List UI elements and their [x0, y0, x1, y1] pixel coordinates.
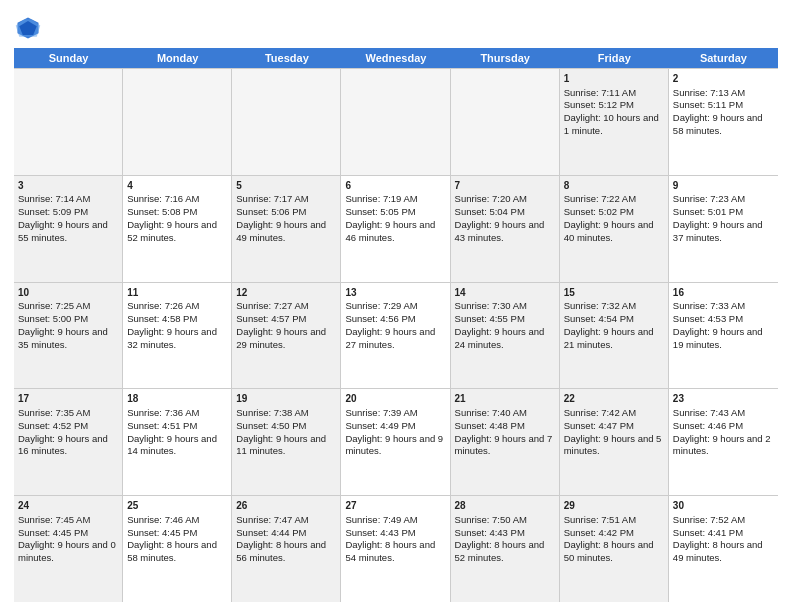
- calendar-cell: [451, 69, 560, 175]
- calendar-cell: 2Sunrise: 7:13 AMSunset: 5:11 PMDaylight…: [669, 69, 778, 175]
- day-number: 17: [18, 392, 118, 406]
- calendar-cell: [232, 69, 341, 175]
- calendar-cell: 10Sunrise: 7:25 AMSunset: 5:00 PMDayligh…: [14, 283, 123, 389]
- day-info: Sunrise: 7:25 AM: [18, 300, 118, 313]
- day-number: 25: [127, 499, 227, 513]
- day-info: Sunrise: 7:22 AM: [564, 193, 664, 206]
- day-info: Daylight: 9 hours and 9 minutes.: [345, 433, 445, 459]
- weekday-header: Sunday: [14, 48, 123, 68]
- day-info: Sunset: 4:43 PM: [345, 527, 445, 540]
- day-number: 27: [345, 499, 445, 513]
- day-info: Sunset: 5:02 PM: [564, 206, 664, 219]
- day-info: Daylight: 8 hours and 56 minutes.: [236, 539, 336, 565]
- day-info: Sunset: 5:11 PM: [673, 99, 774, 112]
- calendar-cell: 17Sunrise: 7:35 AMSunset: 4:52 PMDayligh…: [14, 389, 123, 495]
- day-info: Daylight: 9 hours and 52 minutes.: [127, 219, 227, 245]
- calendar-cell: 19Sunrise: 7:38 AMSunset: 4:50 PMDayligh…: [232, 389, 341, 495]
- day-info: Daylight: 9 hours and 19 minutes.: [673, 326, 774, 352]
- day-info: Sunrise: 7:30 AM: [455, 300, 555, 313]
- day-info: Sunset: 4:48 PM: [455, 420, 555, 433]
- day-number: 13: [345, 286, 445, 300]
- day-number: 6: [345, 179, 445, 193]
- day-info: Sunset: 4:41 PM: [673, 527, 774, 540]
- calendar-cell: [14, 69, 123, 175]
- day-number: 15: [564, 286, 664, 300]
- day-info: Sunrise: 7:36 AM: [127, 407, 227, 420]
- calendar-cell: 12Sunrise: 7:27 AMSunset: 4:57 PMDayligh…: [232, 283, 341, 389]
- calendar-cell: 29Sunrise: 7:51 AMSunset: 4:42 PMDayligh…: [560, 496, 669, 602]
- calendar-body: 1Sunrise: 7:11 AMSunset: 5:12 PMDaylight…: [14, 68, 778, 602]
- calendar-cell: 24Sunrise: 7:45 AMSunset: 4:45 PMDayligh…: [14, 496, 123, 602]
- day-info: Sunset: 4:47 PM: [564, 420, 664, 433]
- day-info: Sunrise: 7:47 AM: [236, 514, 336, 527]
- day-info: Sunset: 4:56 PM: [345, 313, 445, 326]
- day-info: Sunrise: 7:13 AM: [673, 87, 774, 100]
- calendar-cell: 5Sunrise: 7:17 AMSunset: 5:06 PMDaylight…: [232, 176, 341, 282]
- day-info: Sunset: 5:04 PM: [455, 206, 555, 219]
- day-info: Sunset: 4:45 PM: [18, 527, 118, 540]
- day-number: 4: [127, 179, 227, 193]
- calendar-cell: 26Sunrise: 7:47 AMSunset: 4:44 PMDayligh…: [232, 496, 341, 602]
- day-info: Daylight: 9 hours and 27 minutes.: [345, 326, 445, 352]
- calendar-cell: 18Sunrise: 7:36 AMSunset: 4:51 PMDayligh…: [123, 389, 232, 495]
- day-info: Sunrise: 7:51 AM: [564, 514, 664, 527]
- calendar-row: 17Sunrise: 7:35 AMSunset: 4:52 PMDayligh…: [14, 389, 778, 496]
- day-info: Sunset: 5:00 PM: [18, 313, 118, 326]
- calendar-cell: 27Sunrise: 7:49 AMSunset: 4:43 PMDayligh…: [341, 496, 450, 602]
- day-number: 18: [127, 392, 227, 406]
- weekday-header: Friday: [560, 48, 669, 68]
- calendar-cell: 21Sunrise: 7:40 AMSunset: 4:48 PMDayligh…: [451, 389, 560, 495]
- day-number: 30: [673, 499, 774, 513]
- day-info: Sunset: 4:50 PM: [236, 420, 336, 433]
- day-info: Sunset: 4:52 PM: [18, 420, 118, 433]
- calendar-row: 10Sunrise: 7:25 AMSunset: 5:00 PMDayligh…: [14, 283, 778, 390]
- day-info: Sunrise: 7:35 AM: [18, 407, 118, 420]
- calendar: SundayMondayTuesdayWednesdayThursdayFrid…: [14, 48, 778, 602]
- day-number: 26: [236, 499, 336, 513]
- calendar-cell: 1Sunrise: 7:11 AMSunset: 5:12 PMDaylight…: [560, 69, 669, 175]
- day-info: Sunrise: 7:14 AM: [18, 193, 118, 206]
- day-number: 12: [236, 286, 336, 300]
- day-info: Sunrise: 7:52 AM: [673, 514, 774, 527]
- day-info: Sunset: 4:44 PM: [236, 527, 336, 540]
- day-info: Daylight: 9 hours and 46 minutes.: [345, 219, 445, 245]
- day-info: Sunset: 4:55 PM: [455, 313, 555, 326]
- calendar-cell: 8Sunrise: 7:22 AMSunset: 5:02 PMDaylight…: [560, 176, 669, 282]
- calendar-cell: 30Sunrise: 7:52 AMSunset: 4:41 PMDayligh…: [669, 496, 778, 602]
- day-info: Daylight: 9 hours and 14 minutes.: [127, 433, 227, 459]
- day-info: Sunset: 4:53 PM: [673, 313, 774, 326]
- day-info: Daylight: 9 hours and 0 minutes.: [18, 539, 118, 565]
- day-number: 28: [455, 499, 555, 513]
- calendar-cell: 11Sunrise: 7:26 AMSunset: 4:58 PMDayligh…: [123, 283, 232, 389]
- day-info: Daylight: 9 hours and 49 minutes.: [236, 219, 336, 245]
- day-info: Sunrise: 7:49 AM: [345, 514, 445, 527]
- day-number: 24: [18, 499, 118, 513]
- day-info: Sunset: 4:43 PM: [455, 527, 555, 540]
- day-number: 7: [455, 179, 555, 193]
- day-info: Daylight: 9 hours and 24 minutes.: [455, 326, 555, 352]
- day-number: 19: [236, 392, 336, 406]
- day-number: 8: [564, 179, 664, 193]
- calendar-cell: 25Sunrise: 7:46 AMSunset: 4:45 PMDayligh…: [123, 496, 232, 602]
- day-info: Sunrise: 7:40 AM: [455, 407, 555, 420]
- day-info: Sunrise: 7:19 AM: [345, 193, 445, 206]
- day-info: Sunrise: 7:23 AM: [673, 193, 774, 206]
- calendar-cell: [341, 69, 450, 175]
- calendar-cell: 13Sunrise: 7:29 AMSunset: 4:56 PMDayligh…: [341, 283, 450, 389]
- day-info: Sunrise: 7:27 AM: [236, 300, 336, 313]
- calendar-cell: 3Sunrise: 7:14 AMSunset: 5:09 PMDaylight…: [14, 176, 123, 282]
- day-info: Sunrise: 7:39 AM: [345, 407, 445, 420]
- calendar-cell: 4Sunrise: 7:16 AMSunset: 5:08 PMDaylight…: [123, 176, 232, 282]
- day-number: 21: [455, 392, 555, 406]
- day-info: Sunrise: 7:46 AM: [127, 514, 227, 527]
- day-info: Sunrise: 7:32 AM: [564, 300, 664, 313]
- day-number: 22: [564, 392, 664, 406]
- calendar-cell: 14Sunrise: 7:30 AMSunset: 4:55 PMDayligh…: [451, 283, 560, 389]
- day-info: Sunrise: 7:20 AM: [455, 193, 555, 206]
- day-info: Sunset: 5:12 PM: [564, 99, 664, 112]
- day-info: Daylight: 10 hours and 1 minute.: [564, 112, 664, 138]
- day-info: Sunrise: 7:33 AM: [673, 300, 774, 313]
- day-info: Sunset: 4:57 PM: [236, 313, 336, 326]
- day-info: Daylight: 9 hours and 5 minutes.: [564, 433, 664, 459]
- day-info: Sunrise: 7:29 AM: [345, 300, 445, 313]
